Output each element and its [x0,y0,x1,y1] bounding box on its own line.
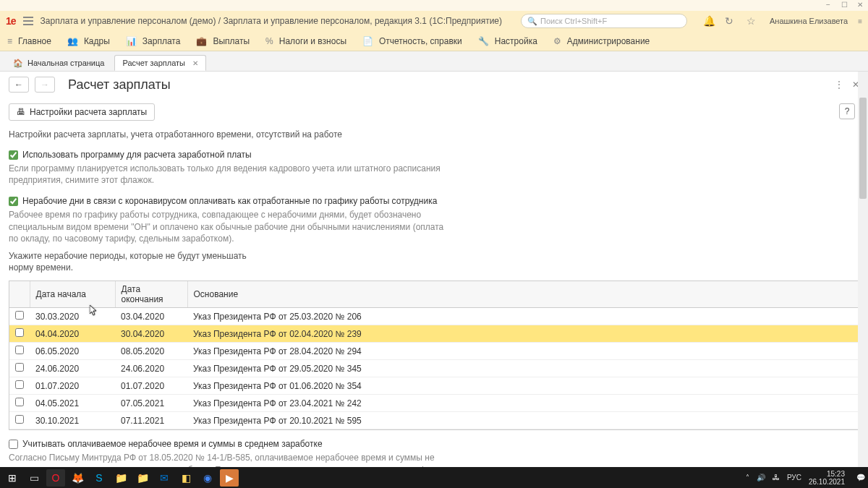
cell-start[interactable]: 04.04.2020 [30,325,115,343]
checkbox-covid-days[interactable] [9,197,18,206]
table-row[interactable]: 04.05.2021 07.05.2021 Указ Президента РФ… [9,395,859,412]
checkbox-use-program[interactable] [9,150,18,160]
col-checkbox [9,281,30,308]
outlook-icon[interactable]: ✉ [155,469,174,487]
cell-end[interactable]: 03.04.2020 [115,308,187,325]
menu-zarplata[interactable]: 📊Зарплата [126,36,181,46]
menu-main[interactable]: ≡Главное [7,36,51,46]
skype-icon[interactable]: S [90,469,109,487]
col-basis[interactable]: Основание [187,281,859,308]
search-input[interactable]: 🔍 Поиск Ctrl+Shift+F [521,14,687,28]
cell-end[interactable]: 08.05.2020 [115,343,187,360]
row-checkbox[interactable] [15,328,24,337]
cell-start[interactable]: 30.03.2020 [30,308,115,325]
row-checkbox[interactable] [15,311,24,320]
cell-basis[interactable]: Указ Президента РФ от 29.05.2020 № 345 [187,360,859,377]
page-header: ← → Расчет зарплаты ⋮ ✕ [0,72,868,98]
cell-basis[interactable]: Указ Президента РФ от 23.04.2021 № 242 [187,395,859,412]
table-row[interactable]: 06.05.2020 08.05.2020 Указ Президента РФ… [9,343,859,360]
periods-table: Дата начала Дата окончания Основание 30.… [9,281,859,430]
close-button[interactable]: ✕ [855,1,865,11]
settings-button[interactable]: 🖶 Настройки расчета зарплаты [9,103,155,121]
network-icon[interactable]: 🖧 [773,474,780,481]
cell-start[interactable]: 24.06.2020 [30,360,115,377]
start-button[interactable]: ⊞ [3,469,22,487]
table-row[interactable]: 01.07.2020 01.07.2020 Указ Президента РФ… [9,377,859,395]
user-menu-chevron-icon[interactable]: ≡ [858,17,862,25]
tab-start[interactable]: 🏠Начальная страница [6,55,111,71]
page-description: Настройки расчета зарплаты, учета отрабо… [9,129,859,140]
menu-nastroika[interactable]: 🔧Настройка [478,36,537,46]
opera-icon[interactable]: O [46,469,65,487]
menu-admin[interactable]: ⚙Администрирование [553,36,650,46]
cell-end[interactable]: 30.04.2020 [115,325,187,343]
menu-burger-icon[interactable] [23,17,33,25]
menu-nalogi[interactable]: %Налоги и взносы [265,36,346,46]
row-checkbox[interactable] [15,346,24,354]
people-icon: 👥 [67,36,78,46]
lang-indicator[interactable]: РУС [787,474,801,481]
minimize-button[interactable]: − [823,1,833,11]
cell-end[interactable]: 07.11.2021 [115,412,187,429]
cell-start[interactable]: 30.10.2021 [30,412,115,429]
forward-button[interactable]: → [35,77,55,93]
col-start[interactable]: Дата начала [30,281,115,308]
cell-basis[interactable]: Указ Президента РФ от 01.06.2020 № 354 [187,377,859,395]
cell-basis[interactable]: Указ Президента РФ от 28.04.2020 № 294 [187,343,859,360]
clock[interactable]: 15:23 26.10.2021 [809,470,849,486]
cell-end[interactable]: 01.07.2020 [115,377,187,395]
chrome-icon[interactable]: ◉ [198,469,217,487]
col-end[interactable]: Дата окончания [115,281,187,308]
cell-start[interactable]: 06.05.2020 [30,343,115,360]
taskview-icon[interactable]: ▭ [25,469,43,487]
cell-end[interactable]: 07.05.2021 [115,395,187,412]
row-checkbox[interactable] [15,380,24,389]
row-checkbox[interactable] [15,398,24,406]
maximize-button[interactable]: ☐ [839,1,849,11]
firefox-icon[interactable]: 🦊 [68,469,87,487]
cell-end[interactable]: 24.06.2020 [115,360,187,377]
row-checkbox[interactable] [15,415,24,424]
table-row[interactable]: 04.04.2020 30.04.2020 Указ Президента РФ… [9,325,859,343]
folder2-icon[interactable]: 📁 [133,469,152,487]
tab-close-icon[interactable]: ✕ [192,59,198,67]
menu-otchetnost[interactable]: 📄Отчетность, справки [362,36,462,46]
folder-icon[interactable]: 📁 [111,469,130,487]
cell-basis[interactable]: Указ Президента РФ от 25.03.2020 № 206 [187,308,859,325]
back-button[interactable]: ← [9,77,29,93]
page-title: Расчет зарплаты [68,77,171,93]
notifications-icon[interactable]: 💬 [856,474,865,481]
table-row[interactable]: 30.03.2020 03.04.2020 Указ Президента РФ… [9,308,859,325]
app2-icon[interactable]: ▶ [220,469,239,487]
menu-kadry[interactable]: 👥Кадры [67,36,110,46]
cell-start[interactable]: 04.05.2021 [30,395,115,412]
app-icon[interactable]: ◧ [176,469,195,487]
bell-icon[interactable]: 🔔 [703,15,715,27]
checkbox-include-avg[interactable] [9,440,18,449]
star-icon[interactable]: ☆ [746,15,758,27]
hint-text: Согласно Письму Минтруда РФ от 18.05.202… [9,452,457,467]
cell-basis[interactable]: Указ Президента РФ от 20.10.2021 № 595 [187,412,859,429]
vertical-scrollbar[interactable] [858,72,868,467]
windows-taskbar: ⊞ ▭ O 🦊 S 📁 📁 ✉ ◧ ◉ ▶ ˄ 🔊 🖧 РУС 15:23 26… [0,467,868,488]
tray-up-icon[interactable]: ˄ [746,474,749,481]
sound-icon[interactable]: 🔊 [757,474,765,481]
more-icon[interactable]: ⋮ [835,80,843,90]
chart-icon: 📊 [126,36,137,46]
main-menu: ≡Главное 👥Кадры 📊Зарплата 💼Выплаты %Нало… [0,31,868,51]
history-icon[interactable]: ↻ [725,15,736,27]
username-label[interactable]: Анашкина Елизавета [770,17,848,25]
menu-vyplaty[interactable]: 💼Выплаты [196,36,250,46]
row-checkbox[interactable] [15,363,24,372]
cell-basis[interactable]: Указ Президента РФ от 02.04.2020 № 239 [187,325,859,343]
date-label: 26.10.2021 [809,478,845,486]
table-row[interactable]: 30.10.2021 07.11.2021 Указ Президента РФ… [9,412,859,429]
tab-raschet[interactable]: Расчет зарплаты✕ [114,55,206,71]
tab-label: Расчет зарплаты [122,59,185,67]
table-row[interactable]: 24.06.2020 24.06.2020 Указ Президента РФ… [9,360,859,377]
time-label: 15:23 [809,470,845,478]
print-icon: 🖶 [17,107,25,117]
help-button[interactable]: ? [839,103,855,119]
scrollbar-thumb[interactable] [859,98,867,199]
cell-start[interactable]: 01.07.2020 [30,377,115,395]
